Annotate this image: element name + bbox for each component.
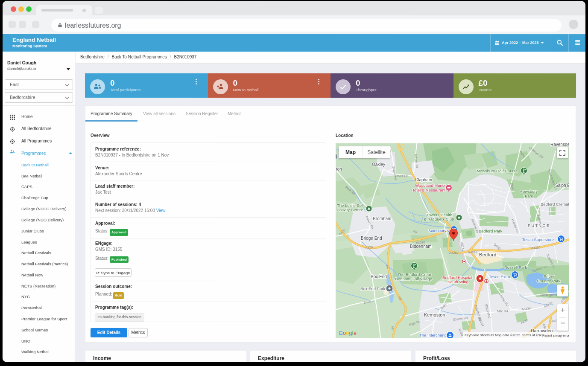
svg-text:Brickhill Dr: Brickhill Dr: [471, 218, 480, 234]
svg-text:Tesco Extra: Tesco Extra: [489, 274, 510, 279]
svg-text:A5134: A5134: [543, 301, 553, 309]
svg-text:B660: B660: [518, 150, 526, 159]
svg-text:Barkers Ln: Barkers Ln: [532, 264, 548, 273]
svg-text:Putnoe Ln: Putnoe Ln: [511, 218, 520, 233]
svg-text:B560: B560: [363, 299, 372, 305]
svg-text:A4280: A4280: [449, 251, 459, 255]
svg-text:Bridge End: Bridge End: [361, 236, 382, 241]
svg-text:Park: Park: [525, 194, 533, 198]
svg-text:A6: A6: [385, 264, 390, 269]
svg-text:A428: A428: [365, 245, 373, 250]
svg-text:Elstow Rd: Elstow Rd: [453, 316, 468, 322]
svg-text:Hotel & Restaurant: Hotel & Restaurant: [411, 188, 446, 192]
svg-text:South Wing: South Wing: [448, 279, 468, 284]
svg-text:Elstow Rd: Elstow Rd: [484, 304, 491, 319]
svg-text:Woodland Manor: Woodland Manor: [415, 183, 446, 188]
svg-text:Box End: Box End: [371, 274, 387, 279]
svg-text:The Interchange: The Interchange: [419, 333, 449, 337]
svg-text:Clapham: Clapham: [415, 177, 432, 182]
svg-text:Denham Golf Village: Denham Golf Village: [395, 276, 432, 281]
svg-text:Park Rd: Park Rd: [345, 186, 356, 196]
svg-text:Tesco Superstore: Tesco Superstore: [522, 237, 554, 242]
svg-text:A428: A428: [338, 228, 346, 236]
svg-text:Milton Rd: Milton Rd: [414, 154, 419, 168]
svg-text:H: H: [479, 276, 482, 281]
svg-text:Sainsbury's: Sainsbury's: [428, 228, 449, 233]
svg-text:A4280: A4280: [531, 245, 540, 250]
svg-text:Activity Centre: Activity Centre: [337, 207, 363, 212]
svg-text:B660: B660: [493, 243, 501, 250]
svg-text:Bedford Cremat: Bedford Cremat: [541, 202, 569, 206]
svg-text:Mowsbury Golf Course: Mowsbury Golf Course: [477, 168, 518, 173]
svg-text:A6: A6: [397, 296, 402, 301]
svg-text:Salph En: Salph En: [555, 183, 569, 188]
svg-text:Station Rd: Station Rd: [392, 166, 398, 180]
svg-text:A421: A421: [560, 295, 568, 303]
svg-text:A6: A6: [390, 325, 395, 330]
svg-text:Oldways Rd: Oldways Rd: [528, 146, 544, 160]
svg-text:ton: ton: [336, 167, 342, 171]
svg-text:A6: A6: [412, 229, 418, 234]
svg-text:High St: High St: [409, 320, 420, 327]
svg-text:Box End Park: Box End Park: [360, 286, 385, 291]
svg-text:London Rd: London Rd: [498, 292, 509, 307]
svg-text:Bedford Park: Bedford Park: [479, 229, 503, 233]
svg-text:Oakley: Oakley: [372, 162, 385, 167]
svg-text:A5134: A5134: [477, 317, 485, 327]
svg-text:Lovell Rd: Lovell Rd: [395, 174, 408, 178]
svg-text:A4280: A4280: [468, 250, 477, 254]
svg-text:& Racquets Club: & Racquets Club: [424, 217, 454, 221]
svg-text:Priory: Priory: [544, 274, 554, 279]
svg-text:B531: B531: [439, 302, 448, 310]
svg-text:A421: A421: [520, 318, 529, 325]
svg-text:Kempston: Kempston: [424, 312, 445, 317]
svg-text:Ravensden: Ravensden: [550, 143, 569, 147]
svg-text:Mowsbury: Mowsbury: [519, 189, 538, 194]
svg-text:B660: B660: [509, 183, 515, 191]
svg-text:A5134: A5134: [521, 306, 531, 311]
svg-text:Country Park: Country Park: [537, 279, 561, 283]
svg-text:Biddenham: Biddenham: [410, 244, 432, 249]
svg-text:Bromham: Bromham: [373, 216, 391, 221]
svg-text:Russell Park: Russell Park: [504, 265, 527, 270]
svg-text:A5141: A5141: [460, 242, 465, 252]
svg-text:Bedford: Bedford: [479, 252, 497, 257]
svg-text:PUTNOE: PUTNOE: [528, 224, 550, 228]
svg-text:Mile Rd: Mile Rd: [497, 309, 508, 313]
